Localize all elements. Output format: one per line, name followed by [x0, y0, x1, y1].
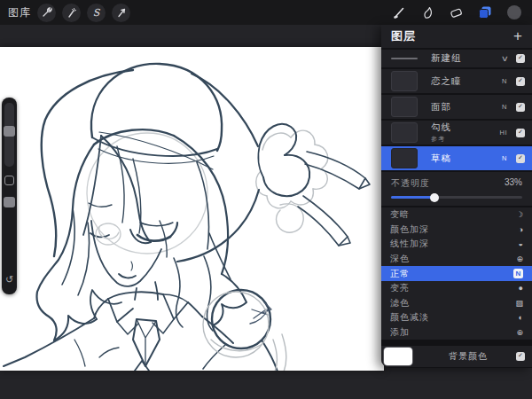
cursor-arrow-icon: [116, 7, 127, 18]
brush-size-slider[interactable]: [4, 126, 15, 137]
smudge-icon[interactable]: [421, 6, 434, 20]
layer-thumbnail: [391, 122, 418, 143]
selection-button[interactable]: S: [87, 4, 106, 22]
actions-button[interactable]: [37, 4, 56, 22]
eraser-icon[interactable]: [450, 6, 463, 20]
brush-opacity-slider[interactable]: [4, 197, 15, 207]
opacity-slider-thumb[interactable]: [430, 193, 439, 202]
drawing-canvas[interactable]: [0, 47, 384, 371]
layer-row-selected[interactable]: 草稿 N: [381, 146, 532, 170]
linear-burn-icon: ◒: [519, 239, 523, 248]
top-toolbar: 图库 S: [0, 0, 532, 25]
brush-sidebar: ↺: [2, 98, 17, 294]
layer-name: 勾线: [431, 121, 451, 134]
layer-blend-code[interactable]: HI: [500, 129, 508, 137]
chevron-down-icon[interactable]: ∨: [501, 54, 509, 63]
blend-mode-screen[interactable]: 滤色 ▨: [381, 296, 532, 311]
blend-mode-list: 变暗 ☽ 颜色加深 ◑ 线性加深 ◒ 深色 ⊕ 正常 变亮 ● 滤色 ▨ 颜色减…: [381, 207, 532, 340]
layer-blend-code[interactable]: N: [502, 77, 507, 85]
layers-panel-header: 图层 +: [381, 25, 532, 50]
layer-thumbnail: [391, 97, 418, 117]
color-burn-icon: ◑: [519, 225, 523, 234]
add-layer-button[interactable]: +: [513, 27, 522, 45]
opacity-section: 不透明度 33%: [381, 172, 532, 200]
layer-row[interactable]: 面部 N: [381, 95, 532, 119]
background-color-label: 背景颜色: [449, 350, 488, 363]
color-swatch-button[interactable]: [507, 5, 521, 20]
layer-visibility-checkbox[interactable]: [516, 129, 525, 137]
blend-mode-linear-burn[interactable]: 线性加深 ◒: [381, 237, 532, 252]
layer-name: 草稿: [431, 153, 451, 165]
blend-mode-darken[interactable]: 变暗 ☽: [381, 207, 532, 223]
layer-thumbnail: [391, 148, 418, 168]
background-visibility-checkbox[interactable]: [516, 352, 525, 361]
screen-icon: ▨: [515, 299, 523, 308]
background-color-swatch[interactable]: [384, 348, 412, 365]
blend-mode-add[interactable]: 添加 ⊕: [381, 325, 532, 340]
adjustments-button[interactable]: [62, 4, 81, 22]
normal-icon: [513, 269, 523, 278]
opacity-slider-fill: [391, 196, 434, 199]
undo-button[interactable]: ↺: [2, 274, 17, 286]
layer-visibility-checkbox[interactable]: [516, 154, 525, 163]
opacity-value: 33%: [505, 177, 522, 190]
darken-icon: ☽: [516, 210, 523, 219]
layer-row[interactable]: 勾线 参考 HI: [381, 121, 532, 145]
layer-reference-tag: 参考: [431, 135, 451, 144]
transform-button[interactable]: [112, 4, 130, 22]
layers-icon[interactable]: [478, 5, 492, 20]
darker-color-icon: ⊕: [516, 254, 523, 263]
add-icon: ⊕: [516, 328, 523, 337]
layer-blend-code[interactable]: N: [502, 154, 507, 162]
layer-row[interactable]: 恋之瞳 N: [381, 69, 532, 93]
layers-panel: 图层 + 新建组 ∨ 恋之瞳 N 面部 N 勾线 参考 HI: [381, 25, 532, 368]
layer-name: 面部: [431, 101, 451, 113]
group-visibility-checkbox[interactable]: [516, 54, 525, 63]
brush-icon[interactable]: [393, 6, 406, 20]
wrench-icon: [41, 7, 52, 19]
background-color-row[interactable]: 背景颜色: [381, 344, 532, 367]
layer-blend-code[interactable]: N: [502, 103, 507, 111]
blend-mode-darker-color[interactable]: 深色 ⊕: [381, 252, 532, 267]
selection-icon: S: [93, 7, 100, 19]
blend-mode-normal-selected[interactable]: 正常: [381, 266, 532, 281]
opacity-slider[interactable]: [391, 196, 522, 199]
canvas-drawing: [0, 47, 384, 371]
layer-visibility-checkbox[interactable]: [516, 77, 525, 86]
group-name: 新建组: [431, 52, 462, 65]
layer-thumbnail: [391, 71, 418, 91]
layers-panel-title: 图层: [391, 28, 416, 44]
layer-name: 恋之瞳: [431, 75, 462, 88]
blend-mode-color-dodge[interactable]: 颜色减淡 ◐: [381, 310, 532, 325]
layer-visibility-checkbox[interactable]: [516, 103, 525, 112]
group-thumbnail: [391, 58, 418, 59]
modify-button[interactable]: [4, 176, 14, 185]
magic-wand-icon: [66, 7, 77, 19]
blend-mode-lighten[interactable]: 变亮 ●: [381, 281, 532, 296]
color-dodge-icon: ◐: [519, 313, 523, 322]
layer-group-row[interactable]: 新建组 ∨: [381, 50, 532, 67]
blend-mode-color-burn[interactable]: 颜色加深 ◑: [381, 223, 532, 238]
opacity-label: 不透明度: [391, 177, 430, 190]
lighten-icon: ●: [519, 284, 523, 293]
gallery-button[interactable]: 图库: [8, 5, 31, 20]
